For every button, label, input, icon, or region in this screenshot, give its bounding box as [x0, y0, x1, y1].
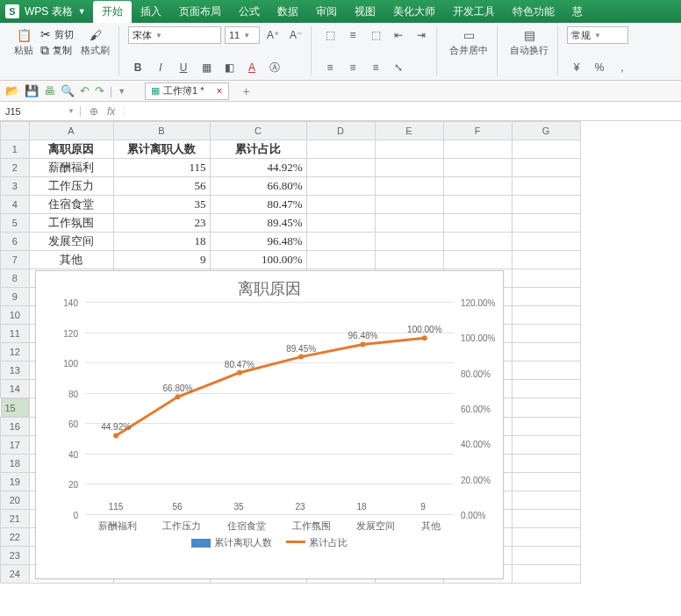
cell-E4[interactable] — [375, 196, 443, 214]
merge-center-button[interactable]: ▭合并居中 — [446, 26, 491, 59]
cell-B6[interactable]: 18 — [113, 233, 210, 251]
align-left-button[interactable]: ≡ — [320, 59, 340, 76]
row-header-11[interactable]: 11 — [1, 325, 30, 343]
paste-button[interactable]: 📋 粘贴 — [11, 26, 37, 59]
align-top-button[interactable]: ⬚ — [320, 26, 340, 44]
cell-G19[interactable] — [512, 473, 580, 491]
cell-D6[interactable] — [306, 233, 375, 251]
cell-G4[interactable] — [512, 196, 580, 214]
row-header-9[interactable]: 9 — [1, 288, 30, 306]
cell-D2[interactable] — [306, 159, 375, 177]
cell-F5[interactable] — [443, 214, 512, 233]
close-doc-icon[interactable]: × — [217, 85, 223, 97]
number-format-select[interactable]: 常规▼ — [567, 26, 628, 44]
currency-button[interactable]: ¥ — [567, 59, 586, 76]
cell-G20[interactable] — [512, 491, 580, 510]
cell-B7[interactable]: 9 — [113, 251, 210, 269]
fx-icon[interactable]: fx — [107, 105, 115, 118]
cell-F7[interactable] — [443, 251, 512, 269]
cell-D7[interactable] — [306, 251, 375, 269]
cell-G12[interactable] — [512, 343, 580, 362]
row-header-21[interactable]: 21 — [1, 510, 30, 528]
col-header-C[interactable]: C — [210, 122, 306, 140]
cell-G15[interactable] — [512, 398, 580, 418]
print-icon[interactable]: 🖶 — [44, 84, 55, 97]
row-header-4[interactable]: 4 — [1, 196, 30, 214]
row-header-6[interactable]: 6 — [1, 233, 30, 251]
row-header-3[interactable]: 3 — [1, 177, 30, 196]
menu-tab-10[interactable]: 慧 — [563, 1, 591, 23]
align-middle-button[interactable]: ≡ — [343, 26, 362, 44]
cell-B5[interactable]: 23 — [113, 214, 210, 233]
fill-color-button[interactable]: ◧ — [219, 59, 239, 76]
cell-G7[interactable] — [512, 251, 580, 269]
cell-B3[interactable]: 56 — [113, 177, 210, 196]
menu-tab-0[interactable]: 开始 — [93, 1, 132, 23]
document-tab[interactable]: ▦ 工作簿1 * × — [145, 82, 228, 100]
italic-button[interactable]: I — [151, 59, 170, 76]
indent-right-button[interactable]: ⇥ — [412, 26, 431, 44]
cell-D5[interactable] — [306, 214, 375, 233]
copy-button[interactable]: ⧉复制 — [40, 43, 74, 58]
cell-G14[interactable] — [512, 380, 580, 398]
cell-B4[interactable]: 35 — [113, 196, 210, 214]
row-header-16[interactable]: 16 — [1, 418, 30, 436]
cell-C1[interactable]: 累计占比 — [210, 140, 306, 159]
cell-A3[interactable]: 工作压力 — [29, 177, 113, 196]
more-icon[interactable]: ▼ — [118, 87, 125, 96]
cell-G23[interactable] — [512, 547, 580, 565]
row-header-24[interactable]: 24 — [1, 565, 30, 584]
menu-tab-9[interactable]: 特色功能 — [504, 1, 563, 23]
font-color-button[interactable]: A — [242, 59, 262, 76]
redo-icon[interactable]: ↷ — [95, 84, 104, 97]
row-header-12[interactable]: 12 — [1, 343, 30, 362]
orientation-button[interactable]: ⤡ — [389, 59, 408, 76]
save-icon[interactable]: 💾 — [25, 84, 39, 97]
cell-G18[interactable] — [512, 455, 580, 473]
format-painter-button[interactable]: 🖌 格式刷 — [77, 26, 113, 59]
cell-B1[interactable]: 累计离职人数 — [113, 140, 210, 159]
cell-G8[interactable] — [512, 269, 580, 288]
cell-G11[interactable] — [512, 325, 580, 343]
cell-E1[interactable] — [375, 140, 443, 159]
cell-E3[interactable] — [375, 177, 443, 196]
menu-tab-7[interactable]: 美化大师 — [384, 1, 444, 23]
menu-tab-1[interactable]: 插入 — [132, 1, 170, 23]
select-all-corner[interactable] — [1, 122, 30, 140]
row-header-1[interactable]: 1 — [1, 140, 30, 159]
indent-left-button[interactable]: ⇤ — [389, 26, 408, 44]
col-header-D[interactable]: D — [306, 122, 375, 140]
cell-F6[interactable] — [443, 233, 512, 251]
border-button[interactable]: ▦ — [197, 59, 216, 76]
cell-A6[interactable]: 发展空间 — [29, 233, 113, 251]
row-header-18[interactable]: 18 — [1, 455, 30, 473]
cell-G16[interactable] — [512, 418, 580, 436]
row-header-7[interactable]: 7 — [1, 251, 30, 269]
chart-object[interactable]: 离职原因 020406080100120140 0.00%20.00%40.00… — [35, 270, 504, 579]
insert-function-icon[interactable]: ⊕ — [90, 105, 98, 118]
row-header-8[interactable]: 8 — [1, 269, 30, 288]
cell-A5[interactable]: 工作氛围 — [29, 214, 113, 233]
col-header-E[interactable]: E — [375, 122, 443, 140]
cell-G22[interactable] — [512, 528, 580, 547]
cell-D3[interactable] — [306, 177, 375, 196]
cell-A2[interactable]: 薪酬福利 — [29, 159, 113, 177]
cell-D1[interactable] — [306, 140, 375, 159]
name-box[interactable]: J15▼ — [0, 106, 81, 117]
col-header-B[interactable]: B — [113, 122, 210, 140]
cell-C2[interactable]: 44.92% — [210, 159, 306, 177]
row-header-17[interactable]: 17 — [1, 436, 30, 455]
cut-button[interactable]: ✂剪切 — [40, 27, 74, 41]
menu-tab-8[interactable]: 开发工具 — [444, 1, 504, 23]
cell-G24[interactable] — [512, 565, 580, 584]
cell-C3[interactable]: 66.80% — [210, 177, 306, 196]
col-header-A[interactable]: A — [29, 122, 113, 140]
font-size-select[interactable]: 11▼ — [225, 26, 260, 44]
row-header-19[interactable]: 19 — [1, 473, 30, 491]
cell-D4[interactable] — [306, 196, 375, 214]
cell-C4[interactable]: 80.47% — [210, 196, 306, 214]
col-header-G[interactable]: G — [512, 122, 580, 140]
decrease-font-button[interactable]: A⁻ — [286, 26, 305, 44]
cell-A7[interactable]: 其他 — [29, 251, 113, 269]
row-header-23[interactable]: 23 — [1, 547, 30, 565]
